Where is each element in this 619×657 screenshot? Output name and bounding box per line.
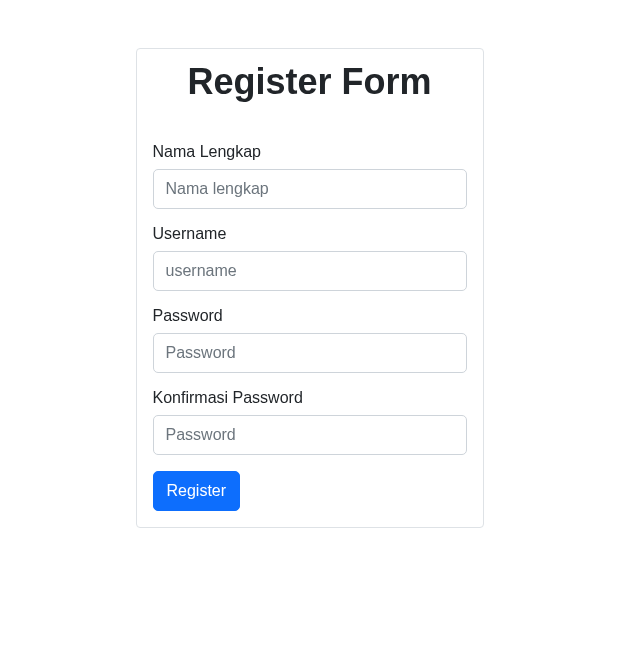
field-group-password: Password (153, 307, 467, 373)
nama-label: Nama Lengkap (153, 143, 467, 161)
username-label: Username (153, 225, 467, 243)
password-label: Password (153, 307, 467, 325)
password-input[interactable] (153, 333, 467, 373)
username-input[interactable] (153, 251, 467, 291)
field-group-confirm: Konfirmasi Password (153, 389, 467, 455)
confirm-password-input[interactable] (153, 415, 467, 455)
nama-input[interactable] (153, 169, 467, 209)
form-title: Register Form (153, 61, 467, 103)
field-group-nama: Nama Lengkap (153, 143, 467, 209)
field-group-username: Username (153, 225, 467, 291)
register-card: Register Form Nama Lengkap Username Pass… (136, 48, 484, 528)
confirm-password-label: Konfirmasi Password (153, 389, 467, 407)
register-button[interactable]: Register (153, 471, 241, 511)
